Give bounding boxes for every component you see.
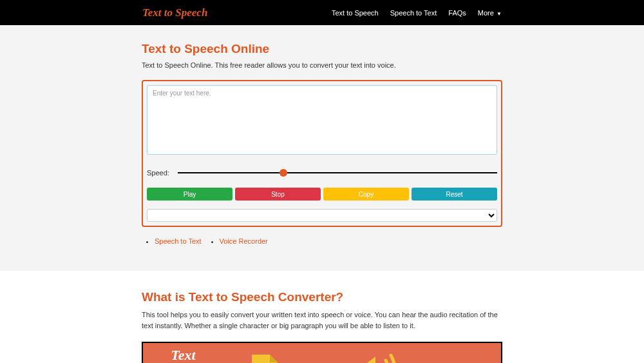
- page-title: Text to Speech Online: [142, 42, 502, 56]
- nav-more[interactable]: More ▼: [478, 9, 502, 17]
- illustration-graphics: [249, 353, 400, 364]
- illustration: TexttoSpeech: [142, 342, 502, 363]
- slider-thumb[interactable]: [279, 169, 287, 177]
- nav-tts[interactable]: Text to Speech: [332, 9, 379, 17]
- link-voice-recorder[interactable]: Voice Recorder: [220, 237, 268, 245]
- slider-track: [178, 172, 497, 173]
- speed-row: Speed:: [147, 166, 497, 179]
- stop-button[interactable]: Stop: [235, 188, 321, 201]
- link-speech-to-text[interactable]: Speech to Text: [155, 237, 202, 245]
- brand-logo[interactable]: Text to Speech: [142, 6, 207, 19]
- nav-stt[interactable]: Speech to Text: [390, 9, 437, 17]
- speed-slider[interactable]: [178, 166, 497, 179]
- text-input[interactable]: [147, 85, 497, 155]
- nav-links: Text to Speech Speech to Text FAQs More …: [332, 9, 502, 17]
- copy-button[interactable]: Copy: [323, 188, 409, 201]
- page-subtitle: Text to Speech Online. This free reader …: [142, 61, 502, 69]
- speaker-icon: [354, 353, 400, 364]
- button-row: Play Stop Copy Reset: [147, 188, 497, 201]
- illustration-text: TexttoSpeech: [162, 347, 204, 363]
- nav-faqs[interactable]: FAQs: [448, 9, 466, 17]
- chevron-down-icon: ▼: [495, 11, 502, 17]
- document-icon: [249, 355, 278, 364]
- reset-button[interactable]: Reset: [412, 188, 497, 201]
- what-title: What is Text to Speech Converter?: [142, 290, 502, 304]
- speed-label: Speed:: [147, 169, 171, 177]
- navbar: Text to Speech Text to Speech Speech to …: [0, 0, 644, 25]
- what-desc: This tool helps you to easily convert yo…: [142, 309, 502, 331]
- play-button[interactable]: Play: [147, 188, 232, 201]
- voice-select[interactable]: [147, 209, 497, 222]
- nav-more-label: More: [478, 9, 494, 17]
- tts-panel: Speed: Play Stop Copy Reset: [142, 80, 502, 227]
- related-links: Speech to Text Voice Recorder: [142, 237, 502, 245]
